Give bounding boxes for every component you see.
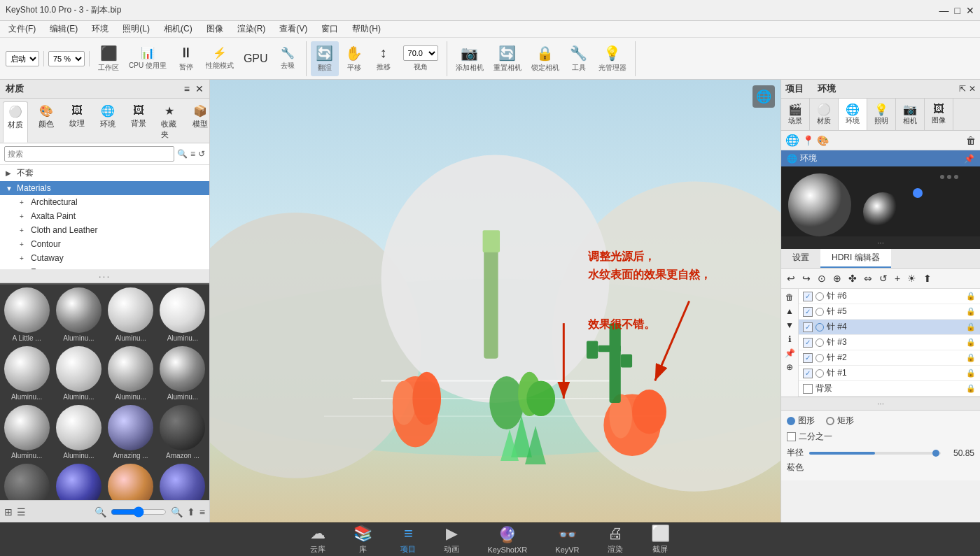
rtab-lighting[interactable]: 💡 照明 [867, 99, 896, 130]
lock-icon-6[interactable]: 🔒 [966, 292, 976, 301]
animation-button[interactable]: ▶ 动画 [430, 522, 473, 556]
hdri-tab-settings[interactable]: 设置 [781, 249, 820, 268]
search-lib-icon[interactable]: 🔍 [171, 506, 183, 518]
globe-button[interactable]: 🌐 [752, 85, 775, 108]
light-row-1[interactable]: ✓ 针 #1 🔒 [799, 366, 980, 381]
menu-view[interactable]: 查看(V) [274, 22, 313, 36]
rtab-environment[interactable]: 🌐 环境 [839, 99, 867, 130]
hdri-tab-editor[interactable]: HDRI 编辑器 [820, 249, 891, 268]
thumb-amazing[interactable]: Amazing ... [106, 404, 156, 461]
menu-camera[interactable]: 相机(C) [158, 22, 198, 36]
tree-item-cloth[interactable]: + Cloth and Leather [0, 223, 209, 237]
gpu-button[interactable]: GPU [239, 41, 272, 76]
light-check-bg[interactable] [803, 384, 813, 394]
menu-environment[interactable]: 环境 [86, 22, 114, 36]
light-check-1[interactable]: ✓ [803, 369, 813, 378]
menu-edit[interactable]: 编辑(E) [44, 22, 83, 36]
thumb-alum-9[interactable]: Aluminu... [53, 404, 104, 461]
lock-icon-3[interactable]: 🔒 [966, 338, 976, 347]
thumb-alum-3[interactable]: Aluminu... [158, 286, 208, 343]
viewport[interactable]: 调整光源后， 水纹表面的效果更自然， 效果很不错。 🌐 [210, 80, 780, 522]
render-button[interactable]: 🔄 翻渲 [311, 41, 339, 76]
thumb-alum-2[interactable]: Aluminu... [106, 286, 156, 343]
right-panel-close[interactable]: ✕ [969, 84, 976, 94]
search-input[interactable] [4, 146, 174, 162]
panel-icon-2[interactable]: ✕ [195, 83, 204, 94]
radius-slider[interactable] [809, 452, 941, 455]
hdri-rotate-icon[interactable]: ↺ [876, 271, 890, 285]
menu-lighting[interactable]: 照明(L) [117, 22, 155, 36]
tools-button[interactable]: 🔧 工具 [565, 41, 593, 76]
light-row-4[interactable]: ✓ 针 #4 🔒 [799, 320, 980, 335]
performance-button[interactable]: ⚡ 性能模式 [202, 41, 238, 76]
move-down-btn[interactable]: ▼ [783, 318, 797, 332]
lock-icon-bg[interactable]: 🔒 [966, 384, 976, 393]
light-check-5[interactable]: ✓ [803, 307, 813, 317]
zoom-slider[interactable] [111, 506, 167, 518]
hdri-scale-icon[interactable]: ⇔ [861, 271, 875, 285]
lock-icon-5[interactable]: 🔒 [966, 307, 976, 316]
refresh-icon[interactable]: ↺ [198, 149, 205, 159]
angle-dropdown[interactable]: 70.0 [403, 45, 438, 61]
light-manager-button[interactable]: 💡 光管理器 [594, 41, 631, 76]
hdri-undo-icon[interactable]: ↩ [784, 271, 798, 285]
hdri-sun-icon[interactable]: ☀ [904, 271, 919, 285]
panel-icon-1[interactable]: ≡ [184, 83, 190, 94]
light-row-2[interactable]: ✓ 针 #2 🔒 [799, 350, 980, 366]
tab-env[interactable]: 🌐 环境 [95, 101, 120, 143]
lock-camera-button[interactable]: 🔒 锁定相机 [527, 41, 564, 76]
minimize-button[interactable]: — [939, 5, 949, 16]
zoom-out-icon[interactable]: 🔍 [94, 506, 106, 518]
hdri-redo-icon[interactable]: ↪ [799, 271, 813, 285]
env-pin-icon[interactable]: 📌 [964, 154, 974, 164]
move-up-btn[interactable]: ▲ [783, 304, 797, 318]
location-icon[interactable]: 📍 [802, 135, 814, 146]
thumb-alum-8[interactable]: Aluminu... [1, 404, 52, 461]
view-button[interactable]: 70.0 视角 [399, 41, 442, 76]
hdri-add-icon[interactable]: + [892, 271, 903, 285]
lock-icon-2[interactable]: 🔒 [966, 353, 976, 362]
menu-render[interactable]: 渲染(R) [232, 22, 272, 36]
thumb-alum-7[interactable]: Aluminu... [158, 345, 208, 402]
radio-rect[interactable]: 矩形 [826, 415, 854, 427]
delete-light-btn[interactable]: 🗑 [783, 290, 797, 304]
reset-camera-button[interactable]: 🔄 重置相机 [489, 41, 526, 76]
list-view-icon[interactable]: ☰ [17, 506, 26, 518]
tab-texture[interactable]: 🖼 纹理 [64, 101, 90, 143]
light-info-btn[interactable]: ℹ [783, 332, 797, 346]
thumb-alum-6[interactable]: Aluminu... [106, 345, 156, 402]
menu-window[interactable]: 窗口 [316, 22, 344, 36]
cpu-button[interactable]: 📊 CPU 使用里 [125, 41, 171, 76]
upload-icon[interactable]: ⬆ [187, 506, 195, 518]
thumb-anodize-2[interactable]: Anodiz... [53, 462, 104, 500]
color-small-icon[interactable]: 🎨 [817, 135, 829, 146]
lock-icon-1[interactable]: 🔒 [966, 369, 976, 378]
thumb-alum-1[interactable]: Aluminu... [53, 286, 104, 343]
library-button[interactable]: 📚 库 [340, 522, 386, 556]
tree-item-contour[interactable]: + Contour [0, 237, 209, 251]
hdri-preview[interactable] [781, 166, 980, 236]
radio-circle[interactable]: 图形 [787, 415, 815, 427]
render-bottom-button[interactable]: 🖨 渲染 [594, 522, 637, 556]
denoise-button[interactable]: 🔧 去噪 [274, 41, 302, 76]
rtab-material[interactable]: ⚪ 材质 [810, 99, 839, 130]
grid-view-icon[interactable]: ⊞ [4, 506, 13, 518]
pin-btn[interactable]: 📌 [783, 346, 797, 360]
menu-file[interactable]: 文件(F) [3, 22, 41, 36]
keyshotxr-button[interactable]: 🔮 KeyShotXR [473, 523, 541, 557]
light-row-5[interactable]: ✓ 针 #5 🔒 [799, 304, 980, 320]
hdri-export-icon[interactable]: ⬆ [920, 271, 934, 285]
tree-item-architectural[interactable]: + Architectural [0, 195, 209, 209]
zoom-dropdown[interactable]: 75 % [48, 51, 85, 66]
light-check-6[interactable]: ✓ [803, 292, 813, 301]
push-button[interactable]: ↕ 推移 [370, 41, 398, 76]
tab-model[interactable]: 📦 模型 [188, 101, 213, 143]
light-row-3[interactable]: ✓ 针 #3 🔒 [799, 335, 980, 350]
cloud-button[interactable]: ☁ 云库 [296, 522, 340, 556]
menu-help[interactable]: 帮助(H) [346, 22, 386, 36]
pan-button[interactable]: ✋ 平移 [340, 41, 368, 76]
light-check-2[interactable]: ✓ [803, 353, 813, 363]
screenshot-button[interactable]: ⬜ 截屏 [637, 522, 684, 556]
thumb-alum-5[interactable]: Aluminu... [53, 345, 104, 402]
more-icon[interactable]: ≡ [200, 506, 205, 518]
